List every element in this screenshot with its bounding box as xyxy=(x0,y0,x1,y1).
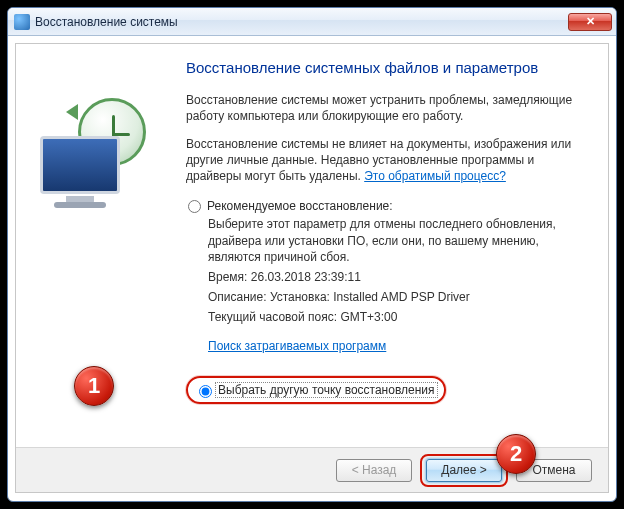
desc-value: Установка: Installed AMD PSP Driver xyxy=(270,290,470,304)
option-other-highlight: Выбрать другую точку восстановления xyxy=(186,376,446,404)
next-button-highlight: Далее > xyxy=(420,454,508,487)
time-value: 26.03.2018 23:39:11 xyxy=(251,270,361,284)
next-button[interactable]: Далее > xyxy=(426,459,502,482)
dialog-window: Восстановление системы ✕ Восстановление … xyxy=(7,7,617,502)
reversible-link[interactable]: Это обратимый процесс? xyxy=(364,169,506,183)
radio-recommended[interactable] xyxy=(188,200,201,213)
window-title: Восстановление системы xyxy=(35,15,568,29)
close-button[interactable]: ✕ xyxy=(568,13,612,31)
tz-value: GMT+3:00 xyxy=(340,310,397,324)
back-button: < Назад xyxy=(336,459,412,482)
option-recommended[interactable]: Рекомендуемое восстановление: xyxy=(186,196,588,216)
monitor-base xyxy=(54,202,106,208)
desc-label: Описание: xyxy=(208,290,267,304)
tz-label: Текущий часовой пояс: xyxy=(208,310,337,324)
restore-graphic xyxy=(36,98,156,218)
annotation-badge-2: 2 xyxy=(496,434,536,474)
recommended-description: Описание: Установка: Installed AMD PSP D… xyxy=(208,289,588,305)
annotation-badge-1: 1 xyxy=(74,366,114,406)
system-restore-icon xyxy=(14,14,30,30)
recommended-timezone: Текущий часовой пояс: GMT+3:00 xyxy=(208,309,588,325)
dialog-body: Восстановление системных файлов и параме… xyxy=(15,43,609,493)
radio-recommended-label: Рекомендуемое восстановление: xyxy=(207,199,393,213)
monitor-icon xyxy=(40,136,120,194)
recommended-details: Выберите этот параметр для отмены послед… xyxy=(208,216,588,353)
radio-other-label[interactable]: Выбрать другую точку восстановления xyxy=(215,382,438,398)
affected-programs-link[interactable]: Поиск затрагиваемых программ xyxy=(208,338,386,354)
intro-paragraph-2: Восстановление системы не влияет на доку… xyxy=(186,136,588,185)
back-arrow-icon xyxy=(66,104,78,120)
recommended-time: Время: 26.03.2018 23:39:11 xyxy=(208,269,588,285)
radio-other[interactable] xyxy=(199,385,212,398)
time-label: Время: xyxy=(208,270,247,284)
recommended-desc: Выберите этот параметр для отмены послед… xyxy=(208,216,588,265)
titlebar[interactable]: Восстановление системы ✕ xyxy=(8,8,616,36)
close-icon: ✕ xyxy=(586,15,595,28)
page-heading: Восстановление системных файлов и параме… xyxy=(186,58,588,78)
intro-paragraph-1: Восстановление системы может устранить п… xyxy=(186,92,588,124)
text-column: Восстановление системных файлов и параме… xyxy=(186,58,588,437)
